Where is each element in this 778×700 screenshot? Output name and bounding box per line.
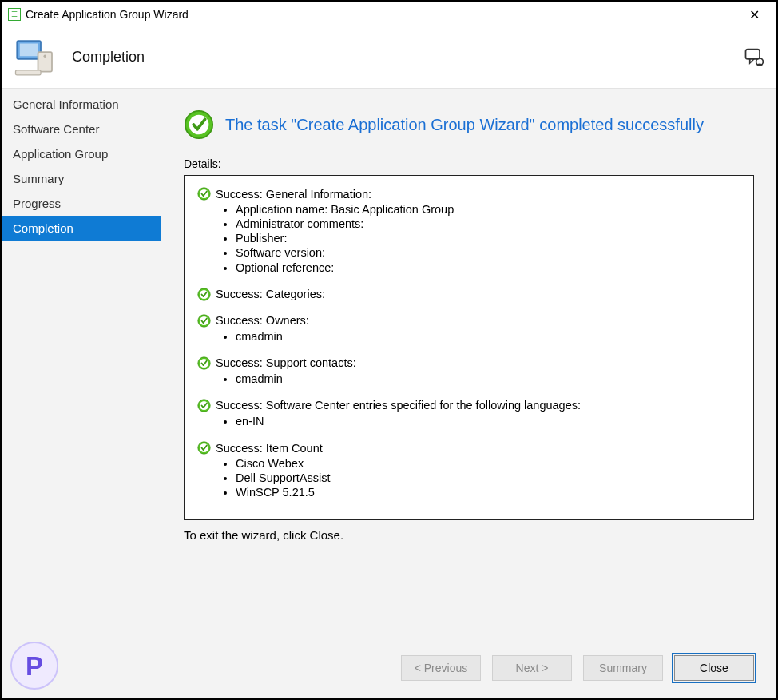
section-title: Success: Software Center entries specifi… (216, 399, 581, 412)
success-check-icon (184, 109, 214, 140)
section-item: cmadmin (236, 372, 740, 386)
section-header: Success: Software Center entries specifi… (197, 399, 740, 412)
computer-icon (13, 35, 58, 80)
details-section: Success: Item CountCisco WebexDell Suppo… (197, 441, 740, 499)
success-check-icon (197, 356, 211, 370)
section-title: Success: Owners: (216, 314, 309, 327)
svg-rect-5 (746, 49, 760, 58)
feedback-icon[interactable] (743, 46, 765, 69)
next-button: Next > (492, 655, 572, 681)
section-items: en-IN (236, 414, 740, 428)
section-item: Application name: Basic Application Grou… (236, 202, 740, 217)
app-icon: ☰ (8, 8, 21, 21)
details-section: Success: General Information:Application… (197, 187, 740, 275)
window-close-button[interactable]: ✕ (738, 7, 770, 22)
section-header: Success: Categories: (197, 288, 740, 301)
section-header: Success: General Information: (197, 187, 740, 201)
section-title: Success: Categories: (216, 288, 325, 300)
completion-message: The task "Create Application Group Wizar… (225, 116, 704, 134)
section-title: Success: Item Count (216, 442, 323, 455)
section-title: Success: General Information: (216, 188, 371, 201)
sidebar-step-software-center[interactable]: Software Center (2, 117, 161, 141)
close-button[interactable]: Close (674, 655, 754, 681)
section-header: Success: Owners: (197, 314, 740, 328)
svg-point-8 (189, 115, 209, 135)
svg-point-4 (44, 54, 47, 58)
section-items: Application name: Basic Application Grou… (236, 202, 740, 275)
previous-button: < Previous (401, 655, 481, 681)
details-section: Success: Categories: (197, 288, 740, 301)
sidebar-step-progress[interactable]: Progress (2, 191, 161, 216)
section-item: Dell SupportAssist (236, 471, 740, 485)
details-box: Success: General Information:Application… (184, 175, 754, 520)
exit-instruction: To exit the wizard, click Close. (184, 528, 754, 542)
titlebar: ☰ Create Application Group Wizard ✕ (2, 2, 776, 27)
sidebar-step-summary[interactable]: Summary (2, 166, 161, 191)
section-header: Success: Support contacts: (197, 356, 740, 370)
details-section: Success: Owners:cmadmin (197, 314, 740, 344)
section-items: cmadmin (236, 372, 740, 386)
section-item: en-IN (236, 414, 740, 428)
section-item: cmadmin (236, 329, 740, 344)
section-title: Success: Support contacts: (216, 356, 356, 369)
success-check-icon (197, 399, 211, 412)
main-panel: The task "Create Application Group Wizar… (161, 89, 776, 698)
svg-rect-1 (20, 43, 38, 56)
success-check-icon (197, 441, 211, 455)
section-item: Optional reference: (236, 261, 740, 275)
sidebar-step-general-information[interactable]: General Information (2, 92, 161, 117)
button-row: < Previous Next > Summary Close (401, 655, 754, 681)
section-item: Publisher: (236, 231, 740, 245)
sidebar: General InformationSoftware CenterApplic… (2, 89, 161, 698)
details-section: Success: Software Center entries specifi… (197, 399, 740, 428)
details-section: Success: Support contacts:cmadmin (197, 356, 740, 386)
details-label: Details: (184, 157, 754, 170)
section-item: Cisco Webex (236, 456, 740, 471)
success-check-icon (197, 314, 211, 328)
window-title: Create Application Group Wizard (26, 8, 738, 21)
success-check-icon (197, 187, 211, 201)
section-item: WinSCP 5.21.5 (236, 485, 740, 499)
sidebar-step-completion: Completion (2, 216, 161, 241)
page-title: Completion (72, 49, 145, 66)
section-header: Success: Item Count (197, 441, 740, 455)
section-item: Software version: (236, 245, 740, 260)
sidebar-step-application-group[interactable]: Application Group (2, 141, 161, 166)
success-check-icon (197, 288, 211, 301)
section-item: Administrator comments: (236, 217, 740, 231)
section-items: cmadmin (236, 329, 740, 344)
svg-rect-3 (16, 70, 42, 74)
summary-button: Summary (583, 655, 663, 681)
section-items: Cisco WebexDell SupportAssistWinSCP 5.21… (236, 456, 740, 499)
banner: Completion (2, 27, 776, 88)
watermark-logo: P (10, 641, 59, 690)
svg-text:P: P (26, 651, 43, 681)
